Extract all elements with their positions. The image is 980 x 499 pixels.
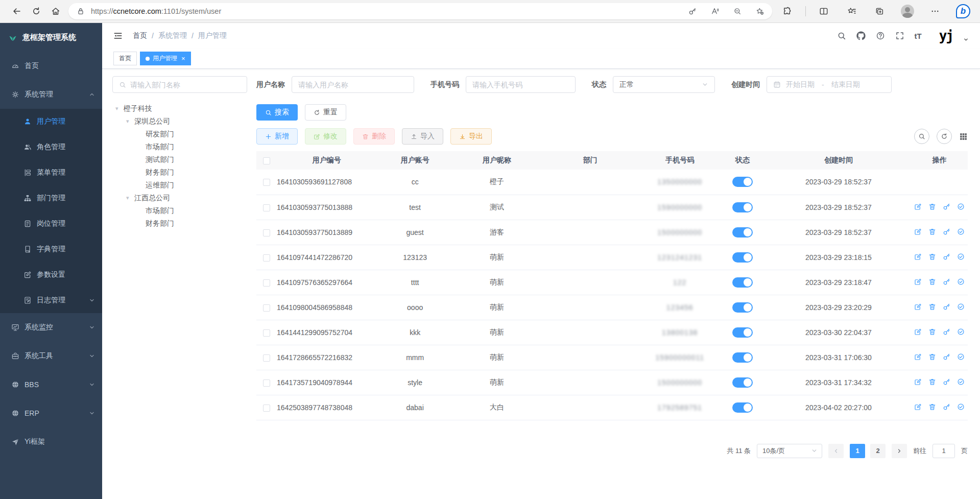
show-search-toggle-button[interactable] [914,129,929,144]
phone-input[interactable] [466,76,576,93]
read-aloud-icon[interactable] [711,7,719,15]
row-checkbox[interactable] [263,179,270,186]
add-button[interactable]: 新增 [256,128,298,145]
row-assign-role-icon[interactable] [957,303,965,311]
row-reset-password-icon[interactable] [943,253,950,260]
user-avatar-logo[interactable]: yj [939,28,953,43]
row-checkbox[interactable] [263,204,270,211]
row-delete-icon[interactable] [928,278,936,286]
bing-chat-icon[interactable]: b [953,3,973,20]
row-assign-role-icon[interactable] [957,403,965,411]
select-all-checkbox[interactable] [263,157,270,164]
row-delete-icon[interactable] [928,228,936,235]
page-button-2[interactable]: 2 [870,444,886,458]
status-toggle[interactable] [732,252,753,263]
tree-node[interactable]: ▾ 橙子科技 [112,102,247,115]
row-edit-icon[interactable] [914,378,922,386]
export-button[interactable]: 导出 [450,128,492,145]
row-assign-role-icon[interactable] [957,203,965,210]
status-toggle[interactable] [732,202,753,212]
date-range-picker[interactable]: 开始日期 - 结束日期 [767,76,892,93]
breadcrumb-system[interactable]: 系统管理 [158,31,187,40]
row-reset-password-icon[interactable] [943,328,950,336]
page-button-1[interactable]: 1 [850,444,865,458]
row-edit-icon[interactable] [914,228,922,235]
row-checkbox[interactable] [263,279,270,287]
github-icon[interactable] [856,31,866,40]
tree-node[interactable]: 研发部门 [112,128,247,140]
row-edit-icon[interactable] [914,303,922,311]
row-edit-icon[interactable] [914,203,922,210]
status-toggle[interactable] [732,352,753,363]
breadcrumb-home[interactable]: 首页 [133,31,147,40]
row-assign-role-icon[interactable] [957,228,965,235]
sidebar-item-14[interactable]: Yi框架 [0,427,102,456]
browser-back-button[interactable] [7,3,27,20]
tree-node[interactable]: 运维部门 [112,179,247,192]
password-key-icon[interactable] [688,7,697,15]
sidebar-item-0[interactable]: 首页 [0,52,102,80]
sidebar-item-4[interactable]: 菜单管理 [0,160,102,185]
edit-button[interactable]: 修改 [305,128,346,145]
department-search-input[interactable] [112,76,247,93]
next-page-button[interactable] [892,444,907,458]
refresh-table-button[interactable] [937,129,952,144]
sidebar-item-8[interactable]: 参数设置 [0,262,102,288]
row-reset-password-icon[interactable] [943,228,950,235]
row-delete-icon[interactable] [928,203,936,210]
row-assign-role-icon[interactable] [957,278,965,286]
row-checkbox[interactable] [263,229,270,236]
status-toggle[interactable] [732,377,753,388]
tab-close-icon[interactable]: × [181,55,185,62]
row-reset-password-icon[interactable] [943,278,950,286]
sidebar-toggle-icon[interactable] [113,31,123,40]
status-toggle[interactable] [732,327,753,338]
split-screen-icon[interactable] [814,3,833,20]
reset-button[interactable]: 重置 [305,104,346,121]
row-checkbox[interactable] [263,405,270,412]
row-edit-icon[interactable] [914,353,922,361]
row-edit-icon[interactable] [914,328,922,336]
extensions-icon[interactable] [777,3,797,20]
tab-home[interactable]: 首页 [113,52,137,65]
status-toggle[interactable] [732,402,753,413]
tree-node[interactable]: 测试部门 [112,153,247,166]
avatar-caret-down-icon[interactable] [963,37,969,42]
tree-node[interactable]: ▾ 江西总公司 [112,192,247,204]
row-checkbox[interactable] [263,254,270,262]
row-reset-password-icon[interactable] [943,378,950,386]
row-delete-icon[interactable] [928,303,936,311]
row-assign-role-icon[interactable] [957,378,965,386]
page-size-select[interactable]: 10条/页 [757,444,822,458]
sidebar-item-6[interactable]: 岗位管理 [0,211,102,236]
row-edit-icon[interactable] [914,253,922,260]
status-toggle[interactable] [732,227,753,237]
tree-node[interactable]: 财务部门 [112,166,247,179]
row-checkbox[interactable] [263,304,270,312]
prev-page-button[interactable] [828,444,844,458]
sidebar-item-9[interactable]: 日志管理 [0,288,102,313]
row-assign-role-icon[interactable] [957,253,965,260]
sidebar-item-7[interactable]: 字典管理 [0,236,102,262]
browser-more-icon[interactable] [925,3,945,20]
row-edit-icon[interactable] [914,403,922,411]
row-edit-icon[interactable] [914,278,922,286]
header-search-icon[interactable] [837,31,846,40]
status-toggle[interactable] [732,177,753,187]
row-reset-password-icon[interactable] [943,303,950,311]
tree-node[interactable]: 市场部门 [112,204,247,217]
username-input[interactable] [292,76,414,93]
row-delete-icon[interactable] [928,253,936,260]
row-checkbox[interactable] [263,329,270,337]
add-favorite-icon[interactable] [756,7,764,15]
sidebar-item-10[interactable]: 系统监控 [0,313,102,342]
delete-button[interactable]: 删除 [353,128,395,145]
goto-page-input[interactable] [933,444,955,458]
address-bar[interactable]: https://ccnetcore.com:1101/system/user [68,3,772,19]
favorites-icon[interactable] [842,3,862,20]
row-checkbox[interactable] [263,379,270,387]
row-assign-role-icon[interactable] [957,353,965,361]
font-size-icon[interactable]: tT [915,32,922,40]
browser-profile-avatar[interactable] [898,3,917,20]
row-assign-role-icon[interactable] [957,328,965,336]
